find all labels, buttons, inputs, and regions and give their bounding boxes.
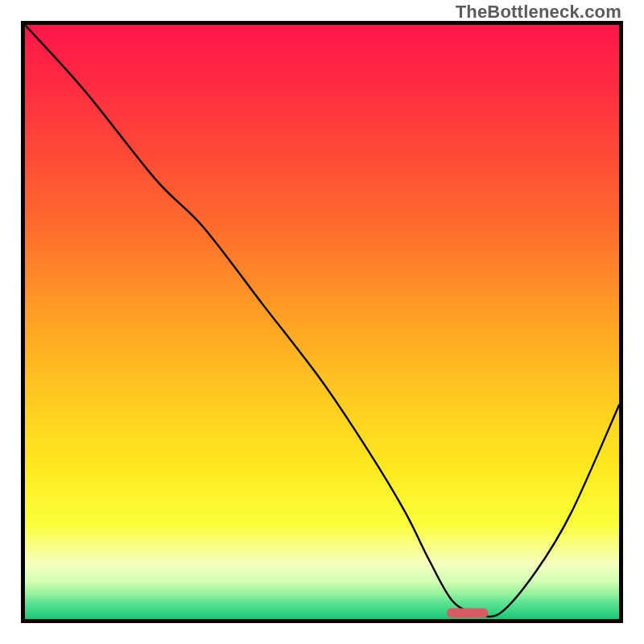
chart-svg <box>25 25 619 619</box>
watermark-text: TheBottleneck.com <box>456 2 621 23</box>
chart-frame <box>21 21 623 623</box>
optimal-marker <box>447 609 489 618</box>
plot-area <box>25 25 619 619</box>
gradient-background <box>25 25 619 619</box>
